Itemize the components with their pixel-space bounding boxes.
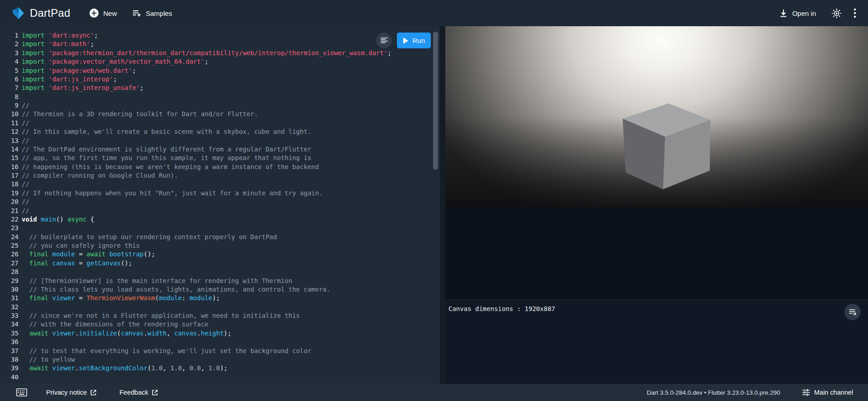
code-text: await viewer.initialize(canvas.width, ca… [22,330,231,337]
line-number: 28 [0,268,19,276]
code-line: 11// [0,119,440,127]
code-text: import 'dart:js_interop'; [22,75,117,83]
code-line: 32 [0,303,440,311]
render-frame-background [445,207,868,300]
line-number: 14 [0,145,19,154]
code-line: 2import 'dart:math'; [0,40,440,48]
code-text: import 'dart:async'; [22,32,98,39]
play-icon [403,38,408,44]
code-line: 13// [0,137,440,145]
code-line: 33 // since we're not in a Flutter appli… [0,311,440,320]
pane-splitter[interactable] [440,26,445,384]
line-number: 38 [0,355,19,364]
line-number: 33 [0,311,19,320]
playlist-add-icon [132,9,142,18]
code-line: 17// compiler running on Google Cloud Ru… [0,171,440,180]
line-number: 15 [0,154,19,162]
run-button[interactable]: Run [397,33,431,48]
code-text: // [22,119,29,127]
clear-console-icon [849,308,857,316]
console-panel: Canvas dimensions : 868x401 [445,300,868,384]
line-number: 39 [0,364,19,373]
code-line: 20// [0,198,440,206]
code-text: // If nothing happens when you hit "Run"… [22,189,323,197]
line-number: 18 [0,180,19,189]
code-line: 28 [0,268,440,276]
line-number: 35 [0,329,19,338]
line-number: 6 [0,75,19,84]
line-number: 37 [0,347,19,355]
code-line: 30 // This class lets you load assets, l… [0,285,440,294]
code-text: // This class lets you load assets, ligh… [22,286,330,293]
code-line: 24 // boilerplate to setup our rendering… [0,233,440,241]
code-line: 29 // [ThermionViewer] is the main inter… [0,277,440,285]
code-text: // to test that everything is working, w… [22,347,311,354]
console-output-line: Canvas dimensions : 868x401 [448,305,555,312]
overflow-menu-button[interactable] [854,8,856,19]
line-number: 21 [0,207,19,215]
dart-logo-icon [11,6,25,20]
code-text: final canvas = getCanvas(); [22,259,132,267]
code-line: 34 // with the dimensions of the renderi… [0,320,440,329]
line-number: 12 [0,127,19,136]
new-button[interactable]: New [89,8,117,18]
format-button[interactable] [376,33,392,48]
line-number: 30 [0,285,19,294]
render-3d-canvas[interactable] [445,26,868,207]
line-number: 36 [0,338,19,346]
top-app-bar: DartPad New Sa [0,0,868,26]
channel-selector[interactable]: Main channel [802,388,853,396]
privacy-notice-link[interactable]: Privacy notice [46,389,97,396]
code-line: 15// app, so the first time you run this… [0,154,440,162]
editor-scrollbar-thumb[interactable] [433,32,438,170]
line-number: 11 [0,119,19,127]
code-text: final viewer = ThermionViewerWasm(module… [22,294,220,302]
samples-button[interactable]: Samples [132,9,172,18]
code-line: 36 [0,338,440,346]
code-line: 5import 'package:web/web.dart'; [0,66,440,75]
open-in-button[interactable]: Open in [779,9,816,18]
brightness-icon [831,8,842,19]
code-text: import 'package:web/web.dart'; [22,67,136,74]
keyboard-shortcuts-button[interactable] [16,388,27,396]
line-number: 23 [0,224,19,232]
code-text: // [ThermionViewer] is the main interfac… [22,277,292,284]
code-line: 4import 'package:vector_math/vector_math… [0,57,440,66]
code-line: 23 [0,224,440,232]
theme-toggle-button[interactable] [831,8,842,19]
code-line: 7import 'dart:js_interop_unsafe'; [0,84,440,92]
download-icon [779,9,788,18]
code-text: // [22,207,29,214]
feedback-link[interactable]: Feedback [119,389,158,396]
code-text: final module = await bootstrap(); [22,250,155,258]
line-number: 40 [0,373,19,382]
code-line: 18// [0,180,440,189]
code-text: // [22,180,29,188]
code-lines[interactable]: 1import 'dart:async';2import 'dart:math'… [0,31,440,382]
code-line: 27 final canvas = getCanvas(); [0,259,440,268]
brand: DartPad [11,6,70,20]
plus-circle-icon [89,8,99,18]
version-text: Dart 3.5.0-284.0.dev • Flutter 3.23.0-13… [647,389,780,396]
status-bar: Privacy notice Feedback [0,384,868,401]
code-line: 6import 'dart:js_interop'; [0,75,440,84]
clear-console-button[interactable] [844,304,861,320]
line-number: 32 [0,303,19,311]
run-button-label: Run [412,37,425,44]
line-number: 2 [0,40,19,48]
app-title: DartPad [30,7,70,19]
code-line: 37 // to test that everything is working… [0,347,440,355]
code-text: // you can safely ignore this [22,242,140,249]
cube-3d [445,26,868,207]
line-number: 27 [0,259,19,268]
privacy-notice-label: Privacy notice [46,389,87,396]
line-number: 17 [0,171,19,180]
code-line: 1import 'dart:async'; [0,31,440,40]
code-text: import 'package:thermion_dart/thermion_d… [22,49,392,57]
line-number: 1 [0,31,19,40]
code-line: 21// [0,207,440,215]
channel-label: Main channel [814,389,853,396]
code-line: 38 // to yellow [0,355,440,364]
code-line: 19// If nothing happens when you hit "Ru… [0,189,440,198]
code-text: // [22,102,29,109]
